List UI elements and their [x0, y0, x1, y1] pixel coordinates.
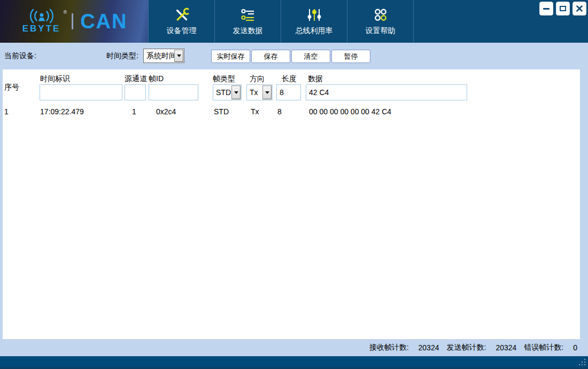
cell-direction: Tx — [251, 107, 259, 116]
chevron-down-icon[interactable] — [174, 50, 183, 62]
brand-product-text: CAN — [80, 11, 127, 32]
cell-frame-type: STD — [214, 107, 229, 116]
column-header-index: 序号 — [4, 83, 19, 92]
sliders-horizontal-icon — [241, 7, 256, 22]
chevron-down-icon[interactable] — [262, 85, 272, 99]
brand-company-text: EBYTE — [22, 23, 61, 34]
close-button[interactable] — [572, 2, 586, 15]
receive-count-label: 接收帧计数: — [369, 343, 409, 352]
cell-channel: 1 — [132, 107, 136, 116]
pause-button[interactable]: 暂停 — [331, 50, 370, 63]
window-controls — [539, 2, 586, 15]
chevron-down-icon[interactable] — [231, 85, 241, 99]
tab-send-data[interactable]: 发送数据 — [215, 0, 281, 43]
time-type-select[interactable]: 系统时间 — [143, 49, 184, 63]
registered-mark: ® — [64, 10, 67, 15]
error-count-value: 0 — [573, 343, 577, 352]
bottom-bar — [0, 356, 588, 369]
cell-time: 17:09:22.479 — [40, 107, 84, 116]
column-header-frame-id: 帧ID — [149, 74, 164, 84]
tab-settings-help[interactable]: 设置帮助 — [347, 0, 414, 43]
cell-length: 8 — [277, 107, 282, 116]
sliders-vertical-icon — [307, 7, 322, 22]
tab-label: 设置帮助 — [366, 26, 396, 36]
column-header-frame-type: 帧类型 — [213, 74, 235, 84]
tab-label: 设备管理 — [167, 26, 197, 36]
brand-logo: EBYTE ® CAN — [0, 0, 148, 43]
error-count-label: 错误帧计数: — [524, 343, 563, 352]
length-filter-input[interactable] — [276, 84, 301, 100]
title-bar: EBYTE ® CAN 设备管理 — [0, 0, 588, 43]
current-device-label: 当前设备: — [4, 51, 36, 61]
save-button[interactable]: 保存 — [251, 50, 290, 63]
receive-count-value: 20324 — [419, 343, 439, 352]
status-bar: 接收帧计数: 20324 发送帧计数: 20324 错误帧计数: 0 — [0, 339, 588, 356]
minimize-button[interactable] — [539, 2, 553, 15]
cell-data: 00 00 00 00 00 00 42 C4 — [309, 107, 391, 116]
realtime-save-button[interactable]: 实时保存 — [211, 50, 250, 63]
ebyte-logo: EBYTE — [21, 9, 63, 34]
direction-select[interactable]: Tx — [246, 84, 273, 100]
close-icon — [575, 4, 584, 13]
brand-divider — [72, 13, 73, 29]
toolbar: 当前设备: 时间类型: 系统时间 实时保存 保存 清空 暂停 — [0, 43, 588, 69]
tab-label: 总线利用率 — [296, 26, 333, 36]
antenna-icon — [21, 9, 63, 25]
resize-grip-icon[interactable] — [584, 364, 585, 365]
frame-type-select[interactable]: STD — [213, 84, 242, 100]
minimize-icon — [543, 8, 550, 10]
tab-bus-utilization[interactable]: 总线利用率 — [281, 0, 347, 43]
time-filter-input[interactable] — [40, 84, 122, 100]
frame-type-value: STD — [216, 88, 231, 97]
cell-frame-id: 0x2c4 — [156, 107, 176, 116]
column-header-data: 数据 — [308, 74, 323, 84]
maximize-icon — [560, 6, 566, 11]
column-header-time: 时间标识 — [40, 74, 70, 84]
time-type-value: 系统时间 — [146, 51, 176, 61]
maximize-button[interactable] — [556, 2, 570, 15]
send-count-value: 20324 — [496, 343, 516, 352]
column-header-direction: 方向 — [250, 74, 265, 84]
send-count-label: 发送帧计数: — [446, 343, 486, 352]
tab-device-management[interactable]: 设备管理 — [149, 0, 215, 43]
time-type-label: 时间类型: — [106, 51, 138, 61]
frame-table: 序号 时间标识 源通道 帧ID 帧类型 方向 长度 数据 STD Tx 1 17… — [3, 69, 580, 339]
column-header-length: 长度 — [282, 74, 297, 84]
tab-label: 发送数据 — [233, 26, 263, 36]
circles-icon — [373, 7, 388, 22]
direction-value: Tx — [250, 88, 258, 97]
column-header-channel: 源通道 — [125, 74, 147, 84]
channel-filter-input[interactable] — [125, 84, 146, 100]
cell-index: 1 — [4, 107, 9, 116]
main-nav: 设备管理 发送数据 — [148, 0, 414, 43]
clear-button[interactable]: 清空 — [291, 50, 330, 63]
frame-id-filter-input[interactable] — [149, 84, 198, 100]
data-filter-input[interactable] — [306, 84, 467, 100]
tools-icon — [174, 7, 189, 22]
